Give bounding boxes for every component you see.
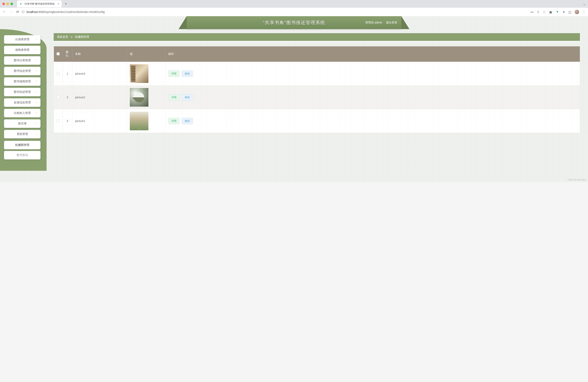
cell-name: picture3 [72, 62, 127, 86]
tab-title: "共享书角"图书借还管理系统 [24, 2, 55, 6]
browser-menu-icon[interactable]: ⋮ [582, 10, 586, 14]
sidebar: 出借者管理﹀借阅者管理﹀图书分类管理﹀图书信息管理﹀图书借阅管理﹀图书归还管理﹀… [0, 29, 48, 182]
sidebar-item[interactable]: 反馈信息管理﹀ [4, 98, 41, 107]
chevron-down-icon: ﹀ [35, 59, 38, 62]
chevron-down-icon: ﹀ [35, 80, 38, 83]
sidebar-item[interactable]: 图书借阅管理﹀ [4, 77, 41, 86]
url-path: /springbootmbc21/admin/dist/index.html#/… [45, 10, 105, 14]
info-icon[interactable]: ⓘ [22, 10, 24, 14]
content-area: 系统首页 ☰ 轮播图管理 索.引. 名称 值 操作 1 picture3 [48, 29, 588, 182]
table-row: 2 picture2 详情 修改 [54, 86, 580, 109]
cell-name: picture2 [72, 86, 127, 109]
sidebar-item[interactable]: 图书分类管理﹀ [4, 56, 41, 65]
sidebar-item[interactable]: 出租收入管理﹀ [4, 109, 41, 117]
select-all-checkbox[interactable] [57, 52, 60, 55]
address-bar: ← → ⟳ ⓘ localhost:8080/springbootmbc21/a… [0, 8, 588, 16]
app-header: "共享书角"图书借还管理系统 管理员 admin 退出登录 [187, 16, 401, 29]
col-header-name[interactable]: 名称 [72, 46, 127, 62]
row-checkbox[interactable] [57, 119, 60, 122]
row-checkbox[interactable] [57, 72, 60, 75]
col-header-action: 操作 [165, 46, 580, 62]
cell-actions: 详情 修改 [165, 109, 580, 133]
chevron-down-icon: ﹀ [35, 111, 38, 115]
logout-link[interactable]: 退出登录 [386, 21, 397, 24]
cell-name: picture1 [72, 109, 127, 133]
url-port: :8080 [38, 10, 45, 14]
password-key-icon[interactable]: ⊶ [530, 10, 534, 14]
chevron-down-icon: ﹀ [35, 90, 38, 94]
col-header-index[interactable]: 索.引. [63, 46, 72, 62]
table-row: 3 picture1 详情 修改 [54, 109, 580, 133]
profile-avatar[interactable] [575, 10, 579, 14]
sidebar-item[interactable]: 系统管理︿ [4, 130, 41, 138]
cell-index: 2 [63, 86, 72, 109]
extension-icon[interactable]: ▣ [549, 10, 552, 14]
tabs-dropdown-icon[interactable]: ⌄ [583, 2, 586, 6]
detail-button[interactable]: 详情 [168, 118, 180, 124]
close-window-icon[interactable] [2, 3, 5, 5]
chevron-down-icon: ﹀ [35, 122, 38, 125]
edit-button[interactable]: 修改 [182, 70, 193, 77]
table-row: 1 picture3 详情 修改 [54, 62, 580, 86]
browser-chrome: ▼ "共享书角"图书借还管理系统 × + ⌄ ← → ⟳ ⓘ localhost… [0, 0, 588, 16]
data-table: 索.引. 名称 值 操作 1 picture3 详情 修改 2 picture2 [54, 46, 580, 133]
tab-close-icon[interactable]: × [58, 2, 59, 5]
forward-button[interactable]: → [9, 10, 13, 14]
breadcrumb-current: 轮播图管理 [75, 35, 89, 39]
new-tab-button[interactable]: + [63, 2, 69, 6]
back-button[interactable]: ← [2, 10, 6, 14]
bookmark-star-icon[interactable]: ☆ [543, 10, 546, 14]
thumbnail-image [130, 112, 148, 130]
vue-devtools-icon[interactable]: ▼ [556, 10, 559, 14]
sidebar-item[interactable]: 出借者管理﹀ [4, 35, 41, 44]
col-header-value[interactable]: 值 [127, 46, 165, 62]
watermark: CSDN @小欧coding [567, 179, 586, 181]
vue-favicon-icon: ▼ [20, 2, 22, 5]
sidepanel-icon[interactable]: ◫ [568, 10, 571, 14]
user-info[interactable]: 管理员 admin [365, 21, 382, 24]
share-icon[interactable]: ⇧ [537, 10, 539, 14]
app-viewport: "共享书角"图书借还管理系统 管理员 admin 退出登录 出借者管理﹀借阅者管… [0, 16, 588, 182]
extensions-menu-icon[interactable]: ✦ [563, 10, 565, 14]
sidebar-item[interactable]: 图书归还管理﹀ [4, 88, 41, 96]
chevron-down-icon: ﹀ [35, 38, 38, 41]
breadcrumb-separator-icon: ☰ [70, 35, 73, 39]
edit-button[interactable]: 修改 [182, 94, 193, 101]
url-display[interactable]: ⓘ localhost:8080/springbootmbc21/admin/d… [22, 10, 528, 14]
cell-actions: 详情 修改 [165, 86, 580, 109]
window-controls[interactable] [2, 3, 13, 5]
detail-button[interactable]: 详情 [168, 94, 180, 101]
sidebar-item[interactable]: 留言簿﹀ [4, 119, 41, 128]
browser-tab[interactable]: ▼ "共享书角"图书借还管理系统 × [17, 0, 62, 7]
chevron-down-icon: ﹀ [35, 69, 38, 73]
tab-bar: ▼ "共享书角"图书借还管理系统 × + ⌄ [0, 0, 588, 8]
cell-value [127, 109, 165, 133]
cell-value [127, 62, 165, 86]
chevron-up-icon: ︿ [35, 133, 38, 136]
sidebar-item[interactable]: 借阅者管理﹀ [4, 46, 41, 54]
cell-index: 1 [63, 62, 72, 86]
detail-button[interactable]: 详情 [168, 70, 180, 77]
minimize-window-icon[interactable] [6, 3, 9, 5]
sidebar-subitem[interactable]: 轮播图管理 [4, 141, 41, 149]
breadcrumb: 系统首页 ☰ 轮播图管理 [54, 33, 580, 41]
thumbnail-image [130, 64, 148, 83]
sidebar-item[interactable]: 图书信息管理﹀ [4, 67, 41, 75]
edit-button[interactable]: 修改 [182, 118, 193, 124]
breadcrumb-home[interactable]: 系统首页 [57, 35, 68, 39]
app-title: "共享书角"图书借还管理系统 [263, 20, 325, 26]
chevron-down-icon: ﹀ [35, 101, 38, 104]
sidebar-subitem[interactable]: 图书资讯 [4, 151, 41, 160]
cell-index: 3 [63, 109, 72, 133]
reload-button[interactable]: ⟳ [16, 10, 19, 14]
row-checkbox[interactable] [57, 96, 60, 99]
maximize-window-icon[interactable] [11, 3, 13, 5]
chevron-down-icon: ﹀ [35, 48, 38, 52]
cell-actions: 详情 修改 [165, 62, 580, 86]
url-host: localhost [26, 10, 38, 14]
thumbnail-image [130, 88, 148, 107]
cell-value [127, 86, 165, 109]
